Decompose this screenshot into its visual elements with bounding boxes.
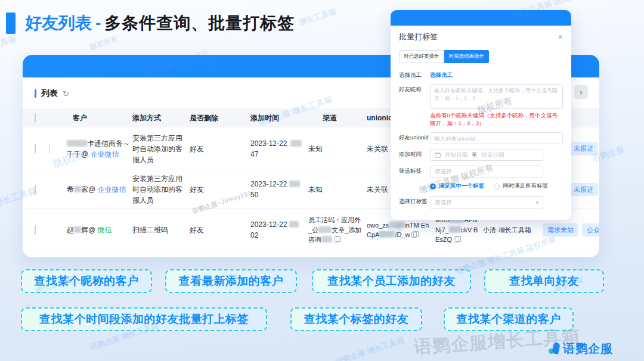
calendar-icon [435, 153, 441, 158]
owner-cell: 小清·增长工具箱 [481, 225, 540, 235]
redacted-text [289, 221, 299, 228]
radio-unselected-icon [494, 183, 500, 189]
copy-icon[interactable] [411, 231, 418, 238]
add-time-cell: 2023-12-22 02 [247, 219, 306, 241]
apply-tag-placeholder: 请选择 [435, 199, 452, 207]
col-header-deleted: 是否删除 [187, 113, 247, 123]
watermark-text: 增长工具箱 [298, 6, 338, 28]
quick-query-by-tag[interactable]: 查找某个标签的好友 [290, 307, 422, 331]
deleted-cell: 好友 [187, 225, 247, 235]
start-date-placeholder: 开始日期 [445, 151, 467, 159]
redacted-text [379, 231, 395, 238]
tag-match-options: 满足其中一个标签 同时满足所有标签 [430, 182, 563, 190]
page-title-separator: - [95, 14, 101, 33]
tag-badge: 需求未知 [543, 223, 578, 237]
watermark-text: 工具箱 [0, 33, 18, 51]
nickname-label: 好友昵称 [399, 84, 430, 94]
wecom-badge: 企业微信 [98, 185, 126, 194]
chevron-down-icon: ▾ [535, 200, 538, 206]
redacted-text [318, 226, 332, 233]
apply-tag-select[interactable]: 请选择 ▾ [430, 196, 543, 209]
quick-query-by-employee[interactable]: 查找某个员工添加的好友 [312, 269, 471, 293]
add-time-cell: 2023-12-22 : 47 [247, 138, 306, 160]
redacted-text [67, 140, 87, 147]
copy-icon[interactable] [454, 236, 460, 242]
col-header-customer: 客户 [67, 113, 130, 123]
tag-filter-placeholder: 请选择 [435, 168, 452, 176]
col-header-add-method: 添加方式 [130, 113, 187, 123]
radio-match-any[interactable]: 满足其中一个标签 [430, 182, 484, 190]
add-method-cell: 安装第三方应用时自动添加的客服人员 [130, 133, 187, 165]
tab-filter-result[interactable]: 对筛选结果操作 [444, 50, 490, 63]
employee-label: 选择员工 [399, 70, 430, 79]
batch-tag-modal: 批量打标签 × 对已选好友操作 对筛选结果操作 选择员工 选择员工 好友昵称 当… [391, 10, 571, 220]
add-method-cell: 扫描二维码 [130, 225, 187, 235]
refresh-icon[interactable]: ↻ [63, 89, 69, 98]
date-range-input[interactable]: 开始日期 至 结束日期 [430, 149, 543, 161]
copy-icon[interactable] [334, 236, 340, 242]
add-time-cell: 2023-12-22 50 [247, 179, 306, 200]
next-page-button[interactable]: › [574, 85, 588, 99]
section-title: 列表 [41, 88, 58, 99]
add-method-cell: 安装第三方应用时自动添加的客服人员 [130, 173, 187, 206]
redacted-text [291, 140, 302, 147]
quick-query-one-way-friend[interactable]: 查找单向好友 [484, 269, 604, 293]
row-checkbox[interactable] [35, 185, 36, 194]
row-checkbox[interactable] [35, 144, 36, 154]
row-checkbox[interactable] [35, 225, 36, 235]
channel-cell: 未知 [306, 144, 363, 154]
deleted-cell: 好友 [187, 144, 247, 154]
screenshot-stage: 好友列表 - 多条件查询、批量打标签 列表 ↻ 客户 添加方式 是否删除 添加时… [0, 0, 644, 361]
customer-cell: 赵辉@ 微信 [67, 225, 130, 235]
quick-query-time-range-batch-tag[interactable]: 查找某个时间段添加的好友批量打上标签 [21, 307, 267, 331]
col-header-add-time: 添加时间 [247, 113, 306, 123]
tag-filter-label: 筛选标签 [399, 166, 430, 175]
redacted-text [321, 236, 332, 242]
page-title-rest: 多条件查询、批量打标签 [104, 12, 295, 35]
nickname-input[interactable] [430, 84, 563, 109]
select-all-checkbox[interactable] [35, 113, 36, 123]
wecom-badge: 企业微信 [91, 150, 119, 158]
nickname-note: 当前有0个昵称关键词（支持多个昵称，用中文逗号隔开，如：1，2，3） [430, 112, 563, 127]
radio-match-all[interactable]: 同时满足所有标签 [494, 182, 548, 190]
close-icon[interactable]: × [558, 33, 563, 41]
end-date-placeholder: 结束日期 [482, 151, 504, 159]
customer-cell: 希家@ 企业微信 [67, 184, 130, 195]
status-badge: 未跟进 [569, 142, 598, 155]
parrot-icon [549, 343, 561, 356]
page-title-highlight: 好友列表 [25, 12, 92, 35]
status-badge: 未跟进 [569, 183, 598, 197]
quick-query-latest-added[interactable]: 查看最新添加的客户 [165, 269, 297, 293]
tab-selected-friends[interactable]: 对已选好友操作 [399, 50, 444, 63]
channel-cell: 未知 [306, 184, 363, 195]
tag-badge: 公众号 [582, 223, 599, 237]
title-accent-block [6, 13, 16, 34]
apply-tag-label: 选择打标签 [399, 196, 430, 206]
tags-cell: 需求未知 公众号 [540, 223, 599, 237]
brand-logo-text: 语鹦企服 [563, 341, 613, 357]
date-to-label: 至 [472, 151, 478, 159]
tag-filter-select[interactable]: 请选择 [430, 166, 543, 178]
redacted-text [389, 222, 404, 228]
deleted-cell: 好友 [187, 184, 247, 195]
page-title: 好友列表 - 多条件查询、批量打标签 [6, 12, 295, 35]
redacted-text [289, 181, 300, 187]
wechat-badge: 微信 [98, 226, 112, 234]
redacted-text [74, 186, 81, 192]
select-employee-link[interactable]: 选择员工 [430, 70, 453, 79]
unionid-label: 好友unionid [399, 132, 430, 142]
unionid-cell: owo_zsinTM EhCpA/D_w [363, 220, 433, 240]
watermark-text: 版权所有 [89, 34, 119, 52]
customer-cell: 卡通信商务～千千@ 企业微信 [67, 138, 130, 160]
add-time-label: 添加时间 [399, 149, 430, 158]
channel-cell: 员工活码：应用外_公文章_添加咨询 [306, 215, 363, 245]
list-section-header: 列表 ↻ [35, 88, 69, 99]
brand-logo: 语鹦企服 [549, 341, 613, 357]
redacted-text [449, 226, 461, 233]
avatar [49, 144, 50, 154]
unionid-input[interactable] [430, 132, 563, 144]
modal-top-bar [391, 10, 571, 26]
section-accent-bar [35, 89, 36, 98]
watermark-text: 语鹦企服 增长工具箱 [334, 335, 405, 361]
quick-query-nickname[interactable]: 查找某个昵称的客户 [21, 269, 152, 293]
